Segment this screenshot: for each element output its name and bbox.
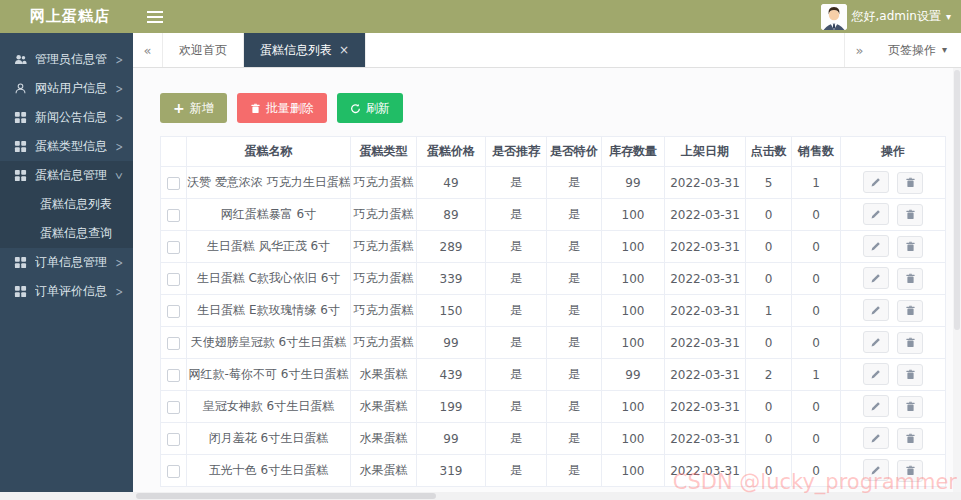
tab-1[interactable]: 蛋糕信息列表× (244, 33, 366, 67)
delete-button[interactable] (897, 236, 923, 258)
cell-clicks: 0 (746, 455, 792, 487)
table-row: 天使翅膀皇冠款 6寸生日蛋糕巧克力蛋糕99是是1002022-03-3100 (161, 327, 946, 359)
sidebar-item-2[interactable]: 新闻公告信息管理> (0, 103, 133, 132)
cell-recommend: 是 (486, 199, 547, 231)
cell-clicks: 0 (746, 391, 792, 423)
cell-type: 水果蛋糕 (351, 455, 417, 487)
row-checkbox[interactable] (167, 273, 180, 286)
cell-recommend: 是 (486, 167, 547, 199)
cell-type: 巧克力蛋糕 (351, 167, 417, 199)
sidebar-item-3[interactable]: 蛋糕类型信息管理> (0, 132, 133, 161)
delete-button[interactable] (897, 396, 923, 418)
sidebar-item-label: 订单信息管理 (35, 254, 107, 271)
sidebar-subitem[interactable]: 蛋糕信息查询 (0, 219, 133, 248)
edit-button[interactable] (863, 171, 889, 193)
row-checkbox[interactable] (167, 433, 180, 446)
delete-button[interactable] (897, 204, 923, 226)
tab-operations-dropdown[interactable]: 页签操作 ▾ (874, 33, 961, 67)
cell-special: 是 (547, 167, 602, 199)
cell-date: 2022-03-31 (665, 167, 746, 199)
table-row: 五光十色 6寸生日蛋糕水果蛋糕319是是1002022-03-3100 (161, 455, 946, 487)
cell-stock: 100 (602, 423, 665, 455)
row-checkbox[interactable] (167, 209, 180, 222)
table-row: 生日蛋糕 E款玫瑰情缘 6寸巧克力蛋糕150是是1002022-03-3110 (161, 295, 946, 327)
edit-button[interactable] (863, 299, 889, 321)
cell-recommend: 是 (486, 455, 547, 487)
sidebar-item-1[interactable]: 网站用户信息管理> (0, 74, 133, 103)
checkbox-cell (161, 391, 187, 423)
delete-button[interactable] (897, 364, 923, 386)
edit-button[interactable] (863, 203, 889, 225)
delete-button[interactable] (897, 428, 923, 450)
row-checkbox[interactable] (167, 305, 180, 318)
cell-recommend: 是 (486, 231, 547, 263)
horizontal-scrollbar[interactable] (0, 492, 961, 500)
edit-button[interactable] (863, 235, 889, 257)
sidebar-item-6[interactable]: 订单评价信息管理> (0, 277, 133, 306)
edit-button[interactable] (863, 395, 889, 417)
row-checkbox[interactable] (167, 401, 180, 414)
row-checkbox[interactable] (167, 177, 180, 190)
row-checkbox[interactable] (167, 337, 180, 350)
column-header: 蛋糕名称 (187, 137, 351, 167)
cell-special: 是 (547, 359, 602, 391)
edit-button[interactable] (863, 427, 889, 449)
double-chevron-right-icon[interactable]: » (844, 33, 874, 67)
cell-special: 是 (547, 423, 602, 455)
tab-0[interactable]: 欢迎首页 (163, 33, 244, 67)
chevron-right-icon: > (115, 140, 123, 154)
delete-button[interactable] (897, 172, 923, 194)
vertical-scrollbar[interactable] (953, 68, 961, 492)
sidebar-item-4[interactable]: 蛋糕信息管理> (0, 161, 133, 190)
tab-label: 欢迎首页 (179, 42, 227, 59)
cell-special: 是 (547, 391, 602, 423)
grid-icon (14, 111, 27, 124)
app-title: 网上蛋糕店 (0, 7, 133, 26)
cell-price: 49 (417, 167, 486, 199)
chevron-right-icon: > (115, 111, 123, 125)
cell-type: 巧克力蛋糕 (351, 295, 417, 327)
cell-price: 199 (417, 391, 486, 423)
column-header: 操作 (841, 137, 946, 167)
checkbox-cell (161, 263, 187, 295)
cell-stock: 100 (602, 391, 665, 423)
delete-button[interactable] (897, 300, 923, 322)
delete-button[interactable] (897, 332, 923, 354)
table-row: 生日蛋糕 风华正茂 6寸巧克力蛋糕289是是1002022-03-3100 (161, 231, 946, 263)
actions-cell (841, 391, 946, 423)
cell-name: 五光十色 6寸生日蛋糕 (187, 455, 351, 487)
sidebar-subitem[interactable]: 蛋糕信息列表 (0, 190, 133, 219)
cell-special: 是 (547, 231, 602, 263)
user-avatar (821, 4, 847, 30)
cell-sales: 0 (792, 263, 841, 295)
tab-bar: « 欢迎首页蛋糕信息列表× » 页签操作 ▾ (133, 33, 961, 68)
hamburger-icon[interactable] (147, 11, 163, 23)
sidebar-item-0[interactable]: 管理员信息管理> (0, 45, 133, 74)
add-button[interactable]: + 新增 (160, 93, 227, 123)
cell-clicks: 0 (746, 327, 792, 359)
double-chevron-left-icon[interactable]: « (133, 33, 163, 67)
row-checkbox[interactable] (167, 465, 180, 478)
user-menu[interactable]: 您好,admin设置 ▾ (821, 4, 961, 30)
row-checkbox[interactable] (167, 241, 180, 254)
cell-sales: 0 (792, 391, 841, 423)
edit-button[interactable] (863, 331, 889, 353)
row-checkbox[interactable] (167, 369, 180, 382)
table-row: 沃赞 爱意浓浓 巧克力生日蛋糕巧克力蛋糕49是是992022-03-3151 (161, 167, 946, 199)
edit-button[interactable] (863, 459, 889, 481)
column-header: 销售数 (792, 137, 841, 167)
edit-button[interactable] (863, 267, 889, 289)
close-icon[interactable]: × (339, 43, 349, 57)
actions-cell (841, 327, 946, 359)
cell-clicks: 0 (746, 423, 792, 455)
sidebar-item-5[interactable]: 订单信息管理> (0, 248, 133, 277)
delete-button[interactable] (897, 268, 923, 290)
cell-type: 水果蛋糕 (351, 423, 417, 455)
grid-icon (14, 285, 27, 298)
delete-button[interactable] (897, 460, 923, 482)
batch-delete-button[interactable]: 批量删除 (237, 93, 327, 123)
cell-type: 巧克力蛋糕 (351, 231, 417, 263)
edit-button[interactable] (863, 363, 889, 385)
refresh-button[interactable]: 刷新 (337, 93, 403, 123)
actions-cell (841, 455, 946, 487)
